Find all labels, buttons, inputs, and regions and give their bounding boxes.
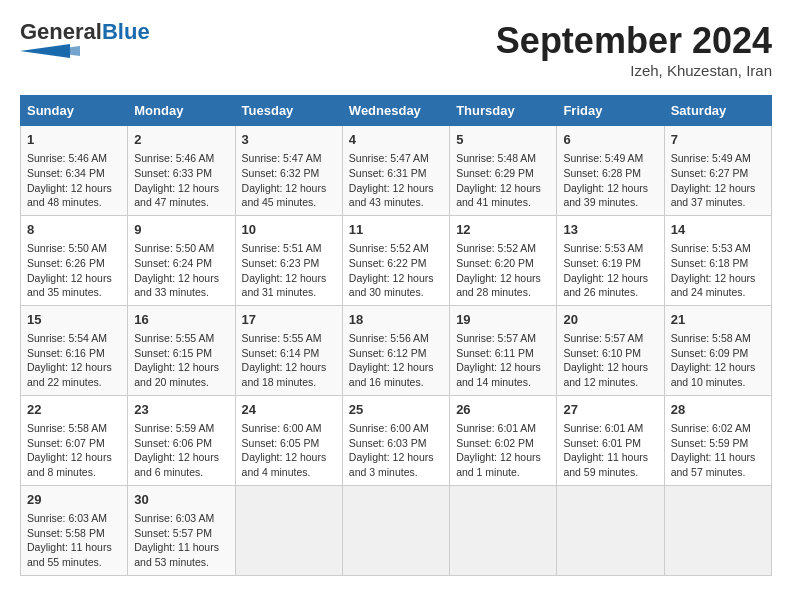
calendar-cell: 18Sunrise: 5:56 AM Sunset: 6:12 PM Dayli… [342,305,449,395]
calendar-cell: 14Sunrise: 5:53 AM Sunset: 6:18 PM Dayli… [664,215,771,305]
calendar-cell: 25Sunrise: 6:00 AM Sunset: 6:03 PM Dayli… [342,395,449,485]
calendar-cell: 27Sunrise: 6:01 AM Sunset: 6:01 PM Dayli… [557,395,664,485]
calendar-table: SundayMondayTuesdayWednesdayThursdayFrid… [20,95,772,576]
col-header-saturday: Saturday [664,96,771,126]
day-number: 18 [349,311,443,329]
day-info: Sunrise: 6:02 AM Sunset: 5:59 PM Dayligh… [671,421,765,480]
day-number: 3 [242,131,336,149]
day-info: Sunrise: 5:55 AM Sunset: 6:14 PM Dayligh… [242,331,336,390]
col-header-monday: Monday [128,96,235,126]
day-info: Sunrise: 5:49 AM Sunset: 6:27 PM Dayligh… [671,151,765,210]
day-info: Sunrise: 5:54 AM Sunset: 6:16 PM Dayligh… [27,331,121,390]
day-info: Sunrise: 5:59 AM Sunset: 6:06 PM Dayligh… [134,421,228,480]
calendar-cell: 2Sunrise: 5:46 AM Sunset: 6:33 PM Daylig… [128,126,235,216]
day-info: Sunrise: 5:50 AM Sunset: 6:26 PM Dayligh… [27,241,121,300]
col-header-wednesday: Wednesday [342,96,449,126]
day-info: Sunrise: 5:49 AM Sunset: 6:28 PM Dayligh… [563,151,657,210]
day-info: Sunrise: 5:48 AM Sunset: 6:29 PM Dayligh… [456,151,550,210]
calendar-cell [450,485,557,575]
calendar-cell: 1Sunrise: 5:46 AM Sunset: 6:34 PM Daylig… [21,126,128,216]
day-number: 6 [563,131,657,149]
day-info: Sunrise: 5:57 AM Sunset: 6:11 PM Dayligh… [456,331,550,390]
day-info: Sunrise: 5:46 AM Sunset: 6:34 PM Dayligh… [27,151,121,210]
calendar-cell: 17Sunrise: 5:55 AM Sunset: 6:14 PM Dayli… [235,305,342,395]
day-info: Sunrise: 5:52 AM Sunset: 6:20 PM Dayligh… [456,241,550,300]
day-number: 24 [242,401,336,419]
week-row-3: 15Sunrise: 5:54 AM Sunset: 6:16 PM Dayli… [21,305,772,395]
day-info: Sunrise: 5:52 AM Sunset: 6:22 PM Dayligh… [349,241,443,300]
day-info: Sunrise: 5:57 AM Sunset: 6:10 PM Dayligh… [563,331,657,390]
calendar-cell: 4Sunrise: 5:47 AM Sunset: 6:31 PM Daylig… [342,126,449,216]
day-number: 2 [134,131,228,149]
day-number: 4 [349,131,443,149]
calendar-cell: 3Sunrise: 5:47 AM Sunset: 6:32 PM Daylig… [235,126,342,216]
location: Izeh, Khuzestan, Iran [496,62,772,79]
calendar-cell: 13Sunrise: 5:53 AM Sunset: 6:19 PM Dayli… [557,215,664,305]
calendar-cell: 26Sunrise: 6:01 AM Sunset: 6:02 PM Dayli… [450,395,557,485]
week-row-4: 22Sunrise: 5:58 AM Sunset: 6:07 PM Dayli… [21,395,772,485]
calendar-cell [342,485,449,575]
day-number: 15 [27,311,121,329]
day-number: 21 [671,311,765,329]
logo: GeneralBlue [20,20,150,62]
calendar-cell: 24Sunrise: 6:00 AM Sunset: 6:05 PM Dayli… [235,395,342,485]
day-number: 29 [27,491,121,509]
day-info: Sunrise: 6:01 AM Sunset: 6:01 PM Dayligh… [563,421,657,480]
day-number: 28 [671,401,765,419]
col-header-friday: Friday [557,96,664,126]
day-number: 16 [134,311,228,329]
day-number: 13 [563,221,657,239]
calendar-cell: 28Sunrise: 6:02 AM Sunset: 5:59 PM Dayli… [664,395,771,485]
day-number: 30 [134,491,228,509]
day-info: Sunrise: 6:00 AM Sunset: 6:05 PM Dayligh… [242,421,336,480]
calendar-cell: 10Sunrise: 5:51 AM Sunset: 6:23 PM Dayli… [235,215,342,305]
calendar-cell: 16Sunrise: 5:55 AM Sunset: 6:15 PM Dayli… [128,305,235,395]
calendar-cell: 29Sunrise: 6:03 AM Sunset: 5:58 PM Dayli… [21,485,128,575]
day-info: Sunrise: 5:47 AM Sunset: 6:31 PM Dayligh… [349,151,443,210]
day-info: Sunrise: 5:47 AM Sunset: 6:32 PM Dayligh… [242,151,336,210]
day-number: 20 [563,311,657,329]
week-row-2: 8Sunrise: 5:50 AM Sunset: 6:26 PM Daylig… [21,215,772,305]
day-number: 9 [134,221,228,239]
day-number: 14 [671,221,765,239]
calendar-cell: 30Sunrise: 6:03 AM Sunset: 5:57 PM Dayli… [128,485,235,575]
page-header: GeneralBlue September 2024 Izeh, Khuzest… [20,20,772,79]
calendar-cell [235,485,342,575]
logo-blue: Blue [102,19,150,44]
day-info: Sunrise: 6:03 AM Sunset: 5:58 PM Dayligh… [27,511,121,570]
day-number: 12 [456,221,550,239]
day-number: 19 [456,311,550,329]
calendar-cell: 23Sunrise: 5:59 AM Sunset: 6:06 PM Dayli… [128,395,235,485]
day-number: 1 [27,131,121,149]
day-info: Sunrise: 6:00 AM Sunset: 6:03 PM Dayligh… [349,421,443,480]
calendar-cell [557,485,664,575]
day-number: 25 [349,401,443,419]
calendar-cell: 8Sunrise: 5:50 AM Sunset: 6:26 PM Daylig… [21,215,128,305]
day-info: Sunrise: 6:01 AM Sunset: 6:02 PM Dayligh… [456,421,550,480]
logo-icon [20,44,80,58]
day-number: 26 [456,401,550,419]
day-number: 5 [456,131,550,149]
day-number: 17 [242,311,336,329]
calendar-cell: 22Sunrise: 5:58 AM Sunset: 6:07 PM Dayli… [21,395,128,485]
logo-general: General [20,19,102,44]
week-row-1: 1Sunrise: 5:46 AM Sunset: 6:34 PM Daylig… [21,126,772,216]
day-info: Sunrise: 5:56 AM Sunset: 6:12 PM Dayligh… [349,331,443,390]
day-number: 27 [563,401,657,419]
col-header-tuesday: Tuesday [235,96,342,126]
day-info: Sunrise: 5:50 AM Sunset: 6:24 PM Dayligh… [134,241,228,300]
day-info: Sunrise: 5:55 AM Sunset: 6:15 PM Dayligh… [134,331,228,390]
col-header-thursday: Thursday [450,96,557,126]
calendar-cell: 12Sunrise: 5:52 AM Sunset: 6:20 PM Dayli… [450,215,557,305]
day-number: 11 [349,221,443,239]
day-info: Sunrise: 5:53 AM Sunset: 6:19 PM Dayligh… [563,241,657,300]
col-header-sunday: Sunday [21,96,128,126]
calendar-cell: 5Sunrise: 5:48 AM Sunset: 6:29 PM Daylig… [450,126,557,216]
day-number: 23 [134,401,228,419]
calendar-cell: 11Sunrise: 5:52 AM Sunset: 6:22 PM Dayli… [342,215,449,305]
month-title: September 2024 [496,20,772,62]
day-number: 10 [242,221,336,239]
day-info: Sunrise: 5:51 AM Sunset: 6:23 PM Dayligh… [242,241,336,300]
day-info: Sunrise: 5:53 AM Sunset: 6:18 PM Dayligh… [671,241,765,300]
day-number: 8 [27,221,121,239]
